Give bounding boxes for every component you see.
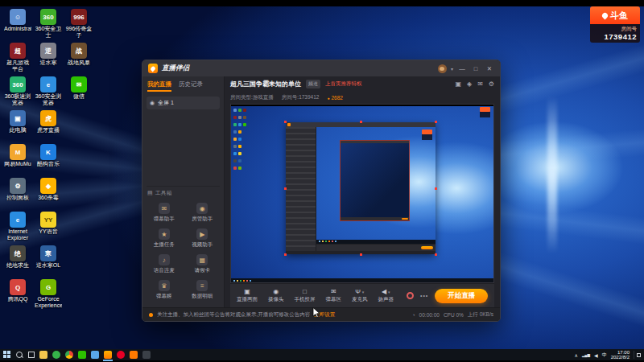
tray-expand-icon[interactable]: ∧ (574, 352, 577, 358)
desktop-icon[interactable]: M 网易MuMu (4, 144, 31, 178)
taskbar-apps (39, 351, 151, 359)
toolbar-button[interactable]: ◀ ▾ 扬声器 (378, 288, 394, 303)
toolbox-item[interactable]: ◉ 房管助手 (185, 203, 221, 223)
desktop-icon[interactable]: K 酷狗音乐 (35, 144, 62, 178)
desktop-icon[interactable]: G GeForce Experience (35, 279, 62, 313)
desktop-icon[interactable]: 996 996传奇盒子 (65, 9, 93, 43)
network-icon[interactable]: ▂▄▆ (582, 353, 590, 357)
desktop-icon[interactable]: ⚙ 控制面板 (4, 178, 31, 212)
toolbox-item[interactable]: ≡ 数据明细 (185, 280, 221, 300)
desktop-icon[interactable]: 超 超凡游戏平台 (4, 43, 31, 76)
more-button[interactable]: ••• (420, 293, 428, 298)
tool-icon: ♛ (159, 280, 170, 291)
taskbar-app-icon[interactable] (91, 351, 99, 359)
toolbox-item[interactable]: ▦ 请假卡 (185, 254, 221, 274)
record-icon[interactable] (407, 292, 414, 299)
toolbar-button-icon: Ψ (355, 288, 361, 295)
desktop-icon[interactable]: 虎 虎牙直播 (35, 110, 62, 144)
desktop-icon[interactable]: ✉ 微信 (65, 76, 93, 110)
start-live-button[interactable]: 开始直播 (435, 289, 488, 303)
taskbar-app-icon[interactable] (52, 351, 60, 359)
action-center-icon[interactable] (634, 351, 641, 359)
header-icon[interactable]: ⚙ (489, 80, 494, 88)
desktop-icon[interactable]: ☺ Administrator (4, 9, 31, 43)
taskbar-app-icon[interactable] (104, 351, 112, 359)
desktop-icon-label: 360安全浏览器 (35, 93, 62, 106)
desktop-icon[interactable]: 逆 逆水寒 (35, 43, 62, 76)
maximize-button[interactable]: □ (471, 65, 481, 72)
taskbar-app-icon[interactable] (117, 351, 125, 359)
toolbar-button[interactable]: ◉ 摄像头 (268, 288, 284, 303)
desktop-icon-label: Internet Explorer (4, 228, 31, 241)
stream-title[interactable]: 超凡三国争霸未知的单位 (230, 80, 301, 88)
taskbar-app-icon[interactable] (39, 351, 47, 359)
avatar-menu-caret-icon[interactable]: ▾ (451, 66, 453, 72)
desktop-icon[interactable]: 寒 逆水寒OL (35, 245, 62, 279)
toolbar-button[interactable]: ✉ 弹幕区 (326, 288, 342, 303)
taskbar-app-icon[interactable] (142, 351, 151, 359)
user-avatar[interactable] (438, 64, 447, 73)
douyu-room-badge: 斗鱼 房间号 1739412 (590, 6, 640, 43)
header-icon[interactable]: ▣ (455, 80, 461, 88)
desktop-icon-label: 超凡游戏平台 (4, 60, 31, 72)
taskbar-app-icon[interactable] (130, 351, 138, 359)
taskbar-app-icon[interactable] (78, 351, 86, 359)
desktop-icon[interactable]: Q 腾讯QQ (4, 279, 31, 313)
desktop-icon[interactable]: ◈ 360杀毒 (35, 178, 62, 212)
desktop-icon-label: 360安全卫士 (35, 26, 62, 39)
desktop-icon[interactable]: ▣ 此电脑 (4, 110, 31, 144)
header-icon[interactable]: ✉ (477, 80, 483, 88)
taskbar: ∧ ▂▄▆ ◀ 中 17:00 2022/8/2 (0, 349, 644, 360)
ime-indicator[interactable]: 中 (602, 352, 607, 359)
toolbox-item[interactable]: ♪ 语音连麦 (147, 254, 182, 274)
tab[interactable]: 历史记录 (179, 80, 203, 92)
desktop: ☺ Administrator 超 超凡游戏平台 360 360极速浏览器 ▣ … (0, 6, 644, 349)
cpu-usage: CPU 0% (444, 312, 464, 318)
clock[interactable]: 17:00 2022/8/2 (611, 350, 630, 360)
capture-source-item[interactable]: ◉ 全屏 1 (147, 97, 220, 109)
app-icon: 虎 (40, 110, 56, 126)
desktop-icon[interactable]: 战 战地风暴 (65, 43, 93, 76)
search-icon[interactable] (16, 352, 23, 359)
dropdown-caret-icon[interactable]: ▾ (362, 290, 365, 294)
toolbox-item[interactable]: ★ 主播任务 (147, 228, 182, 249)
desktop-icons: ☺ Administrator 超 超凡游戏平台 360 360极速浏览器 ▣ … (4, 9, 93, 313)
volume-icon[interactable]: ◀ (594, 352, 598, 358)
desktop-icon[interactable]: 绝 绝地求生 (4, 245, 31, 279)
toolbar-button-label: 直播画面 (237, 296, 258, 303)
start-button[interactable] (3, 351, 11, 359)
dropdown-caret-icon[interactable]: ▾ (388, 290, 390, 294)
toolbox-item[interactable]: ▶ 视频助手 (185, 228, 221, 249)
toolbar-button[interactable]: ▣ 直播画面 (237, 288, 258, 303)
toolbox-item[interactable]: ✉ 弹幕助手 (147, 203, 182, 223)
desktop-icon[interactable]: e Internet Explorer (4, 212, 31, 245)
taskbar-app-icon[interactable] (65, 351, 73, 359)
desktop-icon[interactable]: e 360安全浏览器 (35, 76, 62, 110)
app-icon: e (40, 76, 56, 93)
desktop-icon[interactable]: 360 360安全卫士 (35, 9, 62, 43)
tab[interactable]: 我的直播 (147, 80, 171, 92)
desktop-icon[interactable]: YY YY语音 (35, 212, 62, 245)
stream-preview[interactable] (230, 104, 494, 283)
tool-icon: ★ (159, 228, 170, 240)
channel-chip[interactable]: 频道 (306, 80, 320, 88)
network-speed: 上行 0KB/s (468, 311, 493, 319)
desktop-icon-label: 微信 (65, 93, 93, 100)
promo-text[interactable]: 上首页推荐特权 (325, 80, 362, 88)
app-icon: 超 (10, 43, 26, 59)
titlebar[interactable]: 直播伴侣 ▾ — □ ✕ (142, 60, 500, 76)
minimize-button[interactable]: — (457, 65, 467, 72)
tool-label: 弹幕姬 (156, 293, 172, 300)
desktop-icon-label: 绝地求生 (4, 262, 31, 269)
task-view-icon[interactable] (28, 352, 35, 358)
toolbar-button[interactable]: Ψ ▾ 麦克风 (352, 288, 368, 303)
toolbox-item[interactable]: ♛ 弹幕姬 (147, 280, 182, 300)
close-button[interactable]: ✕ (485, 65, 494, 72)
tool-label: 主播任务 (154, 241, 175, 249)
desktop-icon[interactable]: 360 360极速浏览器 (4, 76, 31, 110)
nested-app-window-2 (340, 140, 409, 221)
announcement-icon (149, 313, 153, 317)
toolbar-button[interactable]: □ 手机投屏 (295, 288, 316, 303)
header-icon[interactable]: ◈ (467, 80, 472, 88)
eye-icon[interactable]: ◉ (150, 100, 155, 106)
